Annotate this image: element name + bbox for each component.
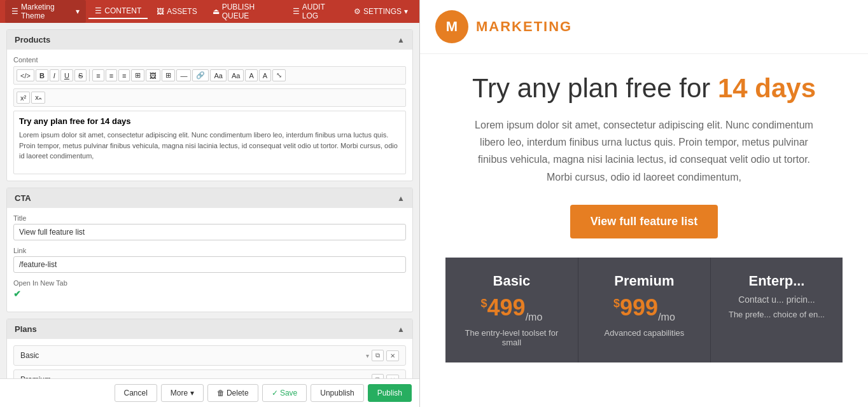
preview-cta-button[interactable]: View full feature list bbox=[570, 205, 718, 238]
cta-checkmark-icon[interactable]: ✔ bbox=[13, 289, 21, 299]
toolbar-table-btn[interactable]: ⊞ bbox=[131, 69, 144, 81]
plan-premium-actions: ▾ ⧉ ✕ bbox=[366, 374, 399, 378]
plan-basic-delete-btn[interactable]: ✕ bbox=[386, 350, 399, 361]
toolbar-h1-btn[interactable]: Aa bbox=[210, 69, 226, 81]
preview-title-highlight: 14 days bbox=[718, 73, 816, 103]
editor-heading: Try any plan free for 14 days bbox=[19, 116, 400, 126]
toolbar-bgcolor-btn[interactable]: A bbox=[259, 69, 271, 81]
toolbar-image-btn[interactable]: 🖼 bbox=[146, 69, 160, 81]
cta-title: CTA bbox=[15, 193, 31, 203]
assets-icon: 🖼 bbox=[157, 7, 164, 16]
toolbar-ol-btn[interactable]: ≡ bbox=[106, 69, 117, 81]
toolbar-italic-btn[interactable]: I bbox=[50, 69, 59, 81]
plans-row: Basic $499/mo The entry-level toolset fo… bbox=[445, 258, 843, 362]
plan-card-basic-name: Basic bbox=[493, 273, 531, 289]
nav-settings[interactable]: ⚙ SETTINGS ▾ bbox=[347, 4, 414, 18]
plan-card-basic-price: $499/mo bbox=[481, 294, 543, 323]
cta-title-field: Title bbox=[13, 214, 406, 240]
logo-text: MARKETING bbox=[476, 18, 572, 35]
plan-card-premium-name: Premium bbox=[614, 273, 674, 289]
preview-header: M MARKETING bbox=[420, 0, 868, 54]
content-icon: ☰ bbox=[95, 6, 102, 15]
toolbar-align-btn[interactable]: ≡ bbox=[118, 69, 130, 81]
logo-letter: M bbox=[446, 18, 458, 35]
plan-basic-label: Basic bbox=[20, 351, 39, 360]
toolbar-code-btn[interactable]: </> bbox=[17, 69, 34, 81]
plan-basic-price-value: 499 bbox=[487, 294, 526, 321]
nav-audit-log[interactable]: ☰ AUDIT LOG bbox=[286, 0, 345, 23]
products-section-header[interactable]: Products ▲ bbox=[7, 30, 412, 50]
theme-label: Marketing Theme bbox=[21, 3, 73, 20]
content-toolbar-2: x² xₙ bbox=[13, 88, 406, 107]
nav-theme[interactable]: ☰ Marketing Theme ▾ bbox=[5, 0, 86, 23]
plan-basic-actions: ▾ ⧉ ✕ bbox=[366, 350, 399, 361]
toolbar-subscript-btn[interactable]: xₙ bbox=[31, 92, 45, 104]
nav-audit-label: AUDIT LOG bbox=[302, 3, 339, 20]
toolbar-hr-btn[interactable]: — bbox=[176, 69, 191, 81]
cta-link-field: Link bbox=[13, 247, 406, 273]
list-item: Basic ▾ ⧉ ✕ bbox=[13, 345, 406, 366]
content-label: Content bbox=[13, 56, 406, 64]
cta-collapse-icon: ▲ bbox=[397, 194, 405, 203]
plan-card-premium-desc: Advanced capabilities bbox=[605, 328, 685, 338]
right-panel: M MARKETING Try any plan free for 14 day… bbox=[420, 0, 868, 407]
preview-title-prefix: Try any plan free for bbox=[472, 73, 718, 103]
nav-publish-queue[interactable]: ⏏ PUBLISH QUEUE bbox=[206, 0, 284, 23]
plans-section-body: Basic ▾ ⧉ ✕ Premium ▾ ⧉ ✕ En bbox=[7, 339, 412, 378]
nav-settings-label: SETTINGS bbox=[363, 7, 402, 16]
preview-description: Lorem ipsum dolor sit amet, consectetur … bbox=[466, 116, 822, 186]
cta-section: CTA ▲ Title Link Open In New Tab ✔ bbox=[6, 188, 413, 312]
products-title: Products bbox=[15, 35, 50, 45]
publish-queue-icon: ⏏ bbox=[213, 7, 220, 16]
toolbar-superscript-btn[interactable]: x² bbox=[17, 92, 30, 104]
audit-log-icon: ☰ bbox=[293, 7, 300, 16]
products-section: Products ▲ Content </> B I U S ≡ ≡ ≡ ⊞ 🖼 bbox=[6, 29, 413, 181]
logo-circle: M bbox=[435, 10, 468, 43]
toolbar-h2-btn[interactable]: Aa bbox=[228, 69, 244, 81]
plan-card-premium-price: $999/mo bbox=[613, 294, 675, 323]
products-section-body: Content </> B I U S ≡ ≡ ≡ ⊞ 🖼 ⊞ — 🔗 Aa bbox=[7, 50, 412, 181]
publish-button[interactable]: Publish bbox=[368, 384, 412, 402]
editor-body: Lorem ipsum dolor sit amet, consectetur … bbox=[19, 130, 400, 162]
cancel-button[interactable]: Cancel bbox=[115, 384, 157, 402]
cta-title-label: Title bbox=[13, 214, 406, 222]
cta-link-input[interactable] bbox=[13, 256, 406, 273]
toolbar-bold-btn[interactable]: B bbox=[36, 69, 48, 81]
list-item: Premium ▾ ⧉ ✕ bbox=[13, 369, 406, 378]
toolbar-ul-btn[interactable]: ≡ bbox=[92, 69, 104, 81]
toolbar-fullscreen-btn[interactable]: ⤡ bbox=[272, 69, 286, 81]
toolbar-embed-btn[interactable]: ⊞ bbox=[162, 69, 175, 81]
cta-section-body: Title Link Open In New Tab ✔ bbox=[7, 208, 412, 312]
plans-section-header[interactable]: Plans ▲ bbox=[7, 319, 412, 339]
plan-premium-price-value: 999 bbox=[620, 294, 658, 321]
plan-card-premium: Premium $999/mo Advanced capabilities bbox=[578, 258, 710, 362]
plan-basic-chevron-icon[interactable]: ▾ bbox=[366, 352, 369, 359]
more-button[interactable]: More ▾ bbox=[161, 384, 204, 402]
settings-icon: ⚙ bbox=[354, 7, 361, 16]
plan-basic-copy-btn[interactable]: ⧉ bbox=[372, 350, 384, 361]
cta-new-tab-checkbox-row: ✔ bbox=[13, 289, 406, 299]
toolbar-strike-btn[interactable]: S bbox=[74, 69, 87, 81]
nav-content[interactable]: ☰ CONTENT bbox=[88, 4, 148, 19]
plan-card-basic: Basic $499/mo The entry-level toolset fo… bbox=[445, 258, 578, 362]
plans-title: Plans bbox=[15, 324, 37, 334]
plan-premium-copy-btn[interactable]: ⧉ bbox=[372, 374, 384, 378]
toolbar-underline-btn[interactable]: U bbox=[60, 69, 73, 81]
plan-card-enterprise-contact: Contact u... pricin... bbox=[738, 294, 815, 305]
plan-card-enterprise-name: Enterp... bbox=[748, 273, 804, 289]
delete-button[interactable]: 🗑 Delete bbox=[207, 384, 258, 402]
cta-title-input[interactable] bbox=[13, 224, 406, 240]
toolbar-link-btn[interactable]: 🔗 bbox=[192, 69, 209, 81]
cta-new-tab-label: Open In New Tab bbox=[13, 279, 406, 287]
toolbar-divider-1 bbox=[89, 69, 90, 81]
unpublish-button[interactable]: Unpublish bbox=[311, 384, 363, 402]
nav-assets[interactable]: 🖼 ASSETS bbox=[150, 4, 203, 18]
toolbar-color-btn[interactable]: A bbox=[245, 69, 257, 81]
theme-icon: ☰ bbox=[11, 7, 18, 16]
nav-assets-label: ASSETS bbox=[167, 7, 197, 16]
top-nav: ☰ Marketing Theme ▾ ☰ CONTENT 🖼 ASSETS ⏏… bbox=[0, 0, 419, 23]
plans-collapse-icon: ▲ bbox=[397, 325, 405, 334]
content-editor[interactable]: Try any plan free for 14 days Lorem ipsu… bbox=[13, 111, 406, 174]
cta-section-header[interactable]: CTA ▲ bbox=[7, 188, 412, 208]
save-button[interactable]: ✓ Save bbox=[262, 384, 307, 402]
